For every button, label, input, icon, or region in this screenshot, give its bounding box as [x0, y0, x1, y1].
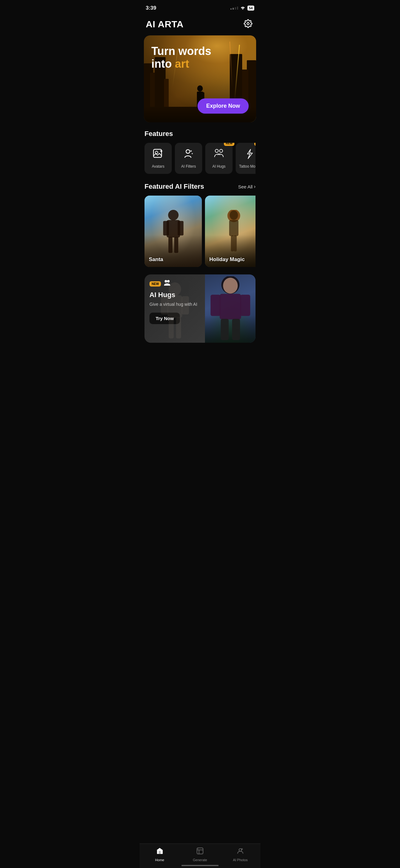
svg-point-11: [168, 210, 178, 220]
tattoo-new-badge: NEW: [254, 143, 256, 146]
feature-card-avatars[interactable]: Avatars: [144, 143, 172, 174]
avatars-icon: [153, 148, 164, 162]
feature-card-tattoo[interactable]: NEW Tattoo Mode: [236, 143, 256, 174]
ai-hugs-feature-label: AI Hugs: [212, 164, 226, 168]
gear-icon: [244, 19, 253, 29]
features-title: Features: [144, 130, 173, 138]
ai-filters-title: Featured AI Filters: [144, 183, 204, 191]
svg-point-0: [247, 23, 249, 25]
battery-indicator: 54: [247, 6, 254, 10]
svg-rect-15: [168, 237, 172, 253]
chevron-right-icon: ›: [254, 184, 256, 189]
ai-hugs-new-badge: NEW: [224, 143, 234, 146]
ai-filters-icon: [183, 148, 194, 162]
wifi-icon: [240, 5, 245, 11]
svg-rect-14: [178, 221, 184, 236]
features-section: Features Avatars: [139, 130, 261, 175]
signal-icon: [230, 6, 238, 10]
svg-rect-3: [201, 92, 204, 99]
status-icons: 54: [230, 5, 254, 11]
ai-filters-header: Featured AI Filters See All ›: [144, 183, 256, 191]
feature-card-ai-filters[interactable]: AI Filters: [175, 143, 202, 174]
svg-rect-26: [167, 295, 182, 318]
svg-point-10: [220, 149, 223, 152]
hero-title-line1: Turn words: [151, 45, 211, 57]
svg-rect-30: [176, 317, 181, 338]
svg-point-34: [223, 278, 237, 294]
ai-filters-section: Featured AI Filters See All ›: [139, 183, 261, 267]
feature-card-ai-hugs[interactable]: NEW AI Hugs: [205, 143, 233, 174]
features-header: Features: [144, 130, 256, 138]
avatars-label: Avatars: [152, 164, 164, 168]
svg-rect-20: [229, 220, 238, 236]
svg-rect-28: [181, 296, 189, 314]
svg-point-7: [155, 151, 158, 154]
ai-hugs-right-panel: [205, 274, 256, 343]
svg-rect-27: [161, 296, 168, 314]
svg-rect-38: [221, 319, 229, 340]
svg-point-9: [215, 149, 218, 152]
svg-rect-21: [231, 236, 233, 252]
ai-hugs-left-panel: NEW AI Hugs Give a virtual hug with AI T…: [144, 274, 205, 343]
svg-rect-39: [232, 319, 240, 340]
svg-rect-37: [240, 294, 250, 316]
svg-point-19: [229, 211, 237, 220]
hero-title-line2: into art: [151, 57, 211, 70]
svg-rect-35: [220, 294, 241, 319]
svg-rect-36: [210, 294, 221, 316]
explore-now-button[interactable]: Explore Now: [198, 98, 249, 114]
svg-point-8: [186, 150, 190, 153]
settings-button[interactable]: [242, 18, 254, 30]
app-title: AI ARTA: [146, 19, 184, 30]
svg-point-1: [197, 85, 203, 92]
svg-rect-22: [234, 236, 237, 252]
status-bar: 3:39 54: [139, 0, 261, 15]
svg-rect-13: [163, 221, 169, 236]
filter-card-santa[interactable]: Santa: [144, 195, 202, 267]
status-time: 3:39: [146, 5, 156, 11]
tattoo-label: Tattoo Mode: [239, 164, 256, 168]
ai-hugs-bg-figure: [144, 274, 205, 343]
hero-banner: Turn words into art Explore Now: [144, 35, 256, 122]
filters-row: Santa: [144, 195, 256, 267]
filter-card-holiday[interactable]: Holiday Magic: [205, 195, 256, 267]
holiday-magic-label: Holiday Magic: [209, 256, 245, 262]
ai-filters-label: AI Filters: [181, 164, 196, 168]
ai-hugs-section[interactable]: NEW AI Hugs Give a virtual hug with AI T…: [144, 274, 256, 343]
svg-rect-29: [169, 317, 174, 338]
hero-text: Turn words into art: [151, 45, 211, 70]
ai-hugs-feature-icon: [213, 148, 225, 162]
tattoo-icon: [244, 148, 255, 162]
svg-rect-16: [174, 237, 178, 253]
svg-point-25: [169, 282, 181, 296]
santa-label: Santa: [149, 256, 163, 262]
see-all-button[interactable]: See All ›: [238, 184, 256, 189]
app-header: AI ARTA: [139, 15, 261, 35]
features-row: Avatars AI Filters NEW: [144, 143, 256, 175]
